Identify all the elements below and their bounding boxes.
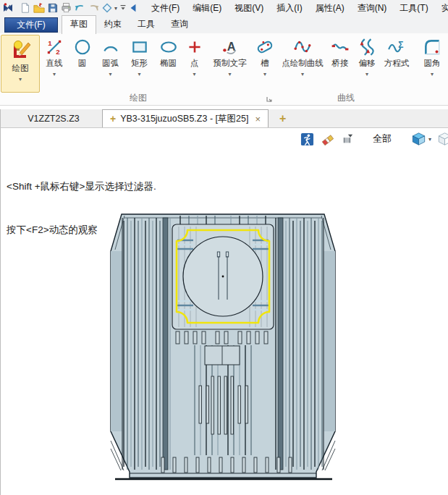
point-icon (185, 38, 204, 56)
view-orient-icon[interactable] (101, 1, 113, 14)
ready-text-icon: A (221, 38, 240, 56)
sketch-center-point[interactable] (222, 276, 224, 278)
slot-dropdown[interactable]: ▾ (263, 71, 266, 78)
prompt-messages: <Shift +鼠标右键>显示选择过滤器. 按下<F2>动态的观察 (7, 151, 156, 266)
ellipse-icon (159, 38, 178, 56)
menu-view[interactable]: 视图(V) (228, 2, 270, 14)
point-tool-button[interactable]: 点 ▾ (183, 35, 206, 93)
equation-label: 方程式 (384, 58, 410, 69)
eraser-icon[interactable] (321, 132, 335, 146)
menu-utilities[interactable]: 实 (435, 2, 448, 14)
tab-constraint[interactable]: 约束 (96, 16, 130, 33)
menu-inquire[interactable]: 查询(N) (351, 2, 394, 14)
prompt-line-1: <Shift +鼠标右键>显示选择过滤器. (7, 179, 156, 194)
quick-access-toolbar: ▾ 文件(F) 编辑(E) 视图(V) 插入(I) 属性(A) 查询(N) 工具… (0, 0, 448, 16)
document-tab-label: YB3-315juzuoSB5.Z3 - [草图25] (120, 113, 248, 125)
fillet-icon (423, 38, 441, 56)
exit-sketch-icon[interactable] (300, 132, 314, 146)
filter-all-label[interactable]: 全部 (373, 132, 392, 145)
bridge-icon (331, 38, 350, 56)
slot-tool-button[interactable]: 槽 ▾ (254, 35, 276, 93)
ellipse-tool-button[interactable]: 椭圆 (153, 35, 183, 93)
fillet-tool-button[interactable]: 圆角 ▾ (416, 35, 448, 93)
circle-icon (73, 38, 92, 56)
point-curve-tool-button[interactable]: 点绘制曲线 ▾ (279, 35, 326, 93)
save-icon[interactable] (47, 1, 59, 14)
new-file-icon[interactable] (20, 1, 31, 14)
view-cube-dropdown-icon[interactable]: ▾ (428, 136, 431, 143)
menu-insert[interactable]: 插入(I) (270, 2, 308, 14)
circle-tool-button[interactable]: 圆 (69, 35, 96, 93)
draw-icon (9, 38, 32, 62)
close-tab-icon[interactable]: × (255, 114, 261, 124)
prompt-line-2: 按下<F2>动态的观察 (7, 223, 156, 237)
sketch-viewport[interactable]: 全部 ▾ <Shift +鼠标右键>显示选择过滤器. 按下<F2>动态的观察 (0, 128, 448, 495)
point-dropdown[interactable]: ▾ (193, 71, 195, 78)
collapse-ribbon-icon[interactable] (119, 1, 127, 14)
line-tool-button[interactable]: 1 2 直线 ▾ (40, 35, 69, 93)
undo-icon[interactable] (74, 1, 86, 14)
draw-label: 绘图 (12, 63, 29, 74)
document-tab-active[interactable]: + YB3-315juzuoSB5.Z3 - [草图25] × (102, 109, 269, 127)
tab-inquire[interactable]: 查询 (163, 16, 196, 33)
svg-text:Σ: Σ (398, 40, 403, 50)
draw-dropdown[interactable]: ▾ (19, 76, 22, 83)
group-label-draw: 绘图 (0, 92, 276, 104)
fillet-dropdown[interactable]: ▾ (431, 71, 434, 78)
equation-tool-button[interactable]: Σ 方程式 (380, 35, 413, 93)
circle-label: 圆 (78, 58, 87, 69)
arc-tool-button[interactable]: 圆弧 ▾ (96, 35, 125, 93)
viewport-toolbar: 全部 ▾ (300, 131, 446, 147)
bridge-tool-button[interactable]: 桥接 (326, 35, 354, 93)
ready-text-tool-button[interactable]: A 预制文字 ▾ (206, 35, 254, 93)
redo-icon[interactable] (88, 1, 100, 14)
slot-label: 槽 (261, 58, 269, 69)
point-curve-icon (293, 38, 312, 56)
rectangle-tool-button[interactable]: 矩形 ▾ (125, 35, 153, 93)
rectangle-label: 矩形 (131, 58, 148, 69)
offset-label: 偏移 (359, 58, 376, 69)
offset-tool-button[interactable]: 偏移 ▾ (354, 35, 380, 93)
arc-dropdown[interactable]: ▾ (109, 71, 111, 78)
print-icon[interactable] (60, 1, 72, 14)
document-tab-v1zzt2s[interactable]: V1ZZT2S.Z3 (8, 109, 99, 127)
file-menu-button[interactable]: 文件(F) (4, 17, 58, 33)
menu-tools[interactable]: 工具(T) (393, 2, 434, 14)
view-cube-alt-icon[interactable] (437, 132, 448, 146)
ribbon-tab-bar: 文件(F) 草图 约束 工具 查询 (0, 16, 448, 33)
filter-icon[interactable] (341, 132, 354, 145)
slot-icon (255, 38, 274, 56)
view-cube-icon[interactable] (411, 132, 426, 146)
point-label: 点 (190, 58, 199, 69)
svg-text:1: 1 (48, 39, 52, 47)
menu-bar: 文件(F) 编辑(E) 视图(V) 插入(I) 属性(A) 查询(N) 工具(T… (145, 2, 448, 14)
back-icon[interactable] (129, 1, 138, 14)
model-right-band (324, 251, 335, 431)
offset-dropdown[interactable]: ▾ (365, 71, 368, 78)
menu-file[interactable]: 文件(F) (145, 2, 186, 14)
line-label: 直线 (46, 58, 63, 69)
line-dropdown[interactable]: ▾ (53, 71, 56, 78)
point-curve-dropdown[interactable]: ▾ (301, 71, 304, 78)
ribbon: 绘图 ▾ 1 2 直线 ▾ 圆 圆弧 ▾ (0, 33, 448, 106)
offset-icon (358, 38, 376, 56)
model-left-band (111, 251, 122, 431)
ready-text-label: 预制文字 (214, 58, 247, 69)
menu-edit[interactable]: 编辑(E) (186, 2, 228, 14)
dialog-launcher-icon[interactable] (266, 96, 274, 103)
rectangle-dropdown[interactable]: ▾ (138, 71, 140, 78)
modified-indicator-icon: + (110, 113, 116, 124)
tab-sketch[interactable]: 草图 (62, 15, 96, 34)
menu-attributes[interactable]: 属性(A) (309, 2, 351, 14)
view-orient-dropdown-icon[interactable]: ▾ (114, 1, 117, 14)
tab-tools[interactable]: 工具 (130, 16, 163, 33)
document-tab-label: V1ZZT2S.Z3 (28, 114, 80, 124)
ready-text-dropdown[interactable]: ▾ (228, 71, 231, 78)
ribbon-group-draw: 绘图 ▾ 1 2 直线 ▾ 圆 圆弧 ▾ (0, 33, 276, 105)
draw-tool-button[interactable]: 绘图 ▾ (1, 35, 40, 93)
new-tab-button[interactable]: + (279, 112, 286, 125)
open-file-icon[interactable] (33, 1, 46, 14)
arc-label: 圆弧 (102, 58, 119, 69)
ellipse-label: 椭圆 (160, 58, 177, 69)
ribbon-group-curve: 点绘制曲线 ▾ 桥接 偏移 ▾ (278, 33, 414, 105)
